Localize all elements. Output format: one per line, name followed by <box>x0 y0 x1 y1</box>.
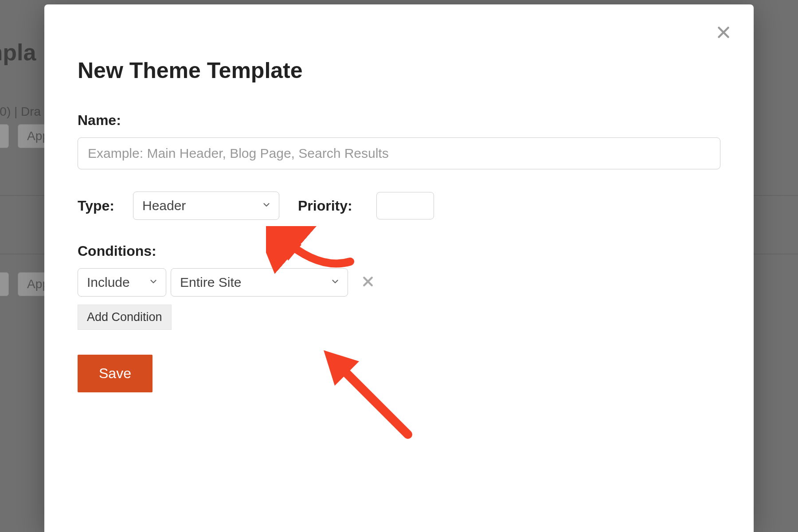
priority-label: Priority: <box>298 198 352 214</box>
condition-row: Include Entire Site <box>78 268 720 297</box>
name-label: Name: <box>78 112 720 129</box>
name-input[interactable] <box>78 137 720 169</box>
condition-mode-select[interactable]: Include <box>78 268 166 297</box>
close-icon <box>361 275 375 290</box>
modal-title: New Theme Template <box>78 58 720 83</box>
close-icon <box>716 34 732 42</box>
priority-input[interactable] <box>376 192 434 219</box>
remove-condition-button[interactable] <box>361 275 375 290</box>
add-condition-button[interactable]: Add Condition <box>78 305 172 330</box>
condition-scope-select[interactable]: Entire Site <box>171 268 348 297</box>
conditions-label: Conditions: <box>78 243 720 259</box>
save-button[interactable]: Save <box>78 355 153 392</box>
close-button[interactable] <box>716 24 732 42</box>
annotation-arrow-icon <box>310 337 426 452</box>
type-label: Type: <box>78 198 114 214</box>
type-select[interactable]: Header <box>133 192 279 220</box>
svg-marker-7 <box>324 350 359 386</box>
svg-line-6 <box>337 364 408 434</box>
new-template-modal: New Theme Template Name: Type: Header Pr… <box>44 4 754 532</box>
